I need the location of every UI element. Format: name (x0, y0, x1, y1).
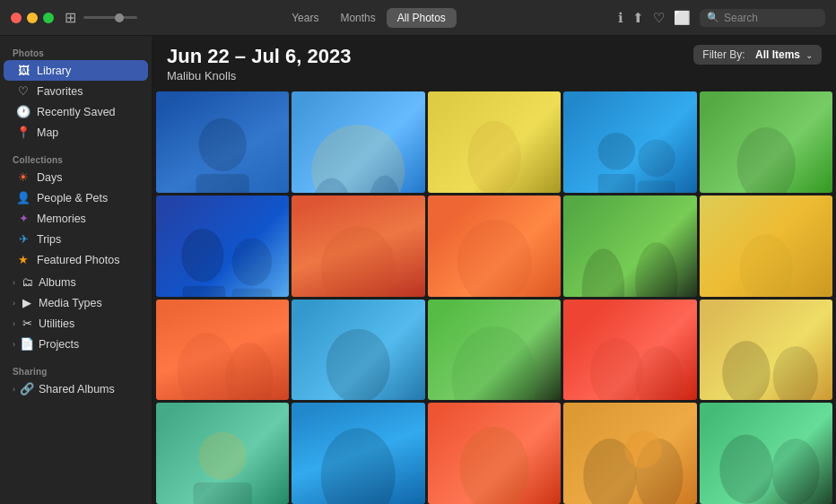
sidebar-item-trips-label: Trips (37, 233, 61, 246)
featured-photos-icon: ★ (16, 253, 30, 266)
sidebar: Photos 🖼 Library ♡ Favorites 🕐 Recently … (0, 36, 152, 504)
svg-point-13 (181, 229, 223, 282)
memories-icon: ✦ (16, 212, 30, 225)
photo-cell[interactable] (700, 196, 832, 297)
sidebar-item-shared-albums[interactable]: › 🔗 Shared Albums (4, 378, 148, 399)
tab-years[interactable]: Years (281, 8, 329, 28)
zoom-slider[interactable] (83, 16, 137, 19)
photo-grid (152, 88, 836, 504)
view-icon[interactable]: ⊞ (65, 9, 76, 26)
svg-point-32 (722, 340, 770, 400)
svg-point-34 (772, 345, 817, 400)
photos-section-label: Photos (0, 43, 152, 60)
svg-point-23 (739, 234, 792, 297)
sidebar-item-favorites[interactable]: ♡ Favorites (4, 81, 148, 101)
sidebar-item-map[interactable]: 📍 Map (4, 122, 148, 143)
search-bar[interactable]: 🔍 (700, 9, 825, 27)
collections-section-label: Collections (0, 150, 152, 167)
svg-rect-10 (638, 180, 675, 192)
photo-cell[interactable] (563, 196, 696, 297)
slideshow-icon[interactable]: ⬜ (674, 10, 691, 26)
svg-point-5 (467, 121, 520, 193)
sidebar-item-media-types[interactable]: › ▶ Media Types (4, 292, 148, 313)
utilities-icon: ✂ (20, 317, 34, 330)
svg-point-17 (321, 226, 396, 297)
close-button[interactable] (11, 13, 22, 23)
photo-cell[interactable] (156, 403, 289, 504)
filter-value: All Items (755, 48, 800, 61)
content-area: Jun 22 – Jul 6, 2023 Malibu Knolls Filte… (152, 36, 836, 504)
photo-cell[interactable] (292, 196, 424, 297)
photo-cell[interactable] (156, 300, 289, 401)
info-icon[interactable]: ℹ (618, 10, 623, 26)
days-icon: ☀ (16, 170, 30, 184)
share-icon[interactable]: ⬆ (632, 10, 644, 26)
tab-all-photos[interactable]: All Photos (387, 8, 457, 28)
favorites-icon: ♡ (16, 84, 30, 98)
svg-rect-16 (232, 289, 273, 297)
library-icon: 🖼 (16, 64, 30, 77)
sidebar-item-library[interactable]: 🖼 Library (4, 60, 148, 81)
titlebar-right: ℹ ⬆ ♡ ⬜ 🔍 (618, 9, 825, 27)
people-pets-icon: 👤 (16, 191, 30, 204)
map-icon: 📍 (16, 126, 30, 139)
photo-cell[interactable] (292, 300, 424, 401)
svg-rect-37 (194, 482, 252, 504)
projects-icon: 📄 (20, 337, 34, 351)
utilities-disclosure-arrow: › (13, 319, 15, 328)
heart-icon[interactable]: ♡ (653, 10, 665, 26)
maximize-button[interactable] (43, 13, 54, 23)
media-types-icon: ▶ (20, 296, 34, 309)
albums-label: Albums (39, 276, 76, 289)
sidebar-item-albums[interactable]: › 🗂 Albums (4, 272, 148, 292)
photo-cell[interactable] (428, 196, 561, 297)
filter-button[interactable]: Filter By: All Items ⌄ (693, 45, 822, 65)
tab-months[interactable]: Months (329, 8, 386, 28)
photo-cell[interactable] (428, 403, 561, 504)
sidebar-item-recently-saved[interactable]: 🕐 Recently Saved (4, 101, 148, 122)
main: Photos 🖼 Library ♡ Favorites 🕐 Recently … (0, 36, 836, 504)
sidebar-item-people-pets[interactable]: 👤 People & Pets (4, 187, 148, 208)
shared-albums-disclosure-arrow: › (13, 385, 15, 394)
photo-cell[interactable] (700, 91, 832, 193)
sidebar-item-projects[interactable]: › 📄 Projects (4, 334, 148, 354)
photo-cell[interactable] (156, 91, 289, 193)
utilities-label: Utilities (39, 317, 74, 330)
sidebar-item-days-label: Days (37, 171, 62, 184)
sidebar-item-days[interactable]: ☀ Days (4, 167, 148, 187)
photo-cell[interactable] (428, 300, 561, 401)
photo-cell[interactable] (428, 91, 561, 193)
svg-point-26 (225, 342, 273, 400)
svg-point-45 (771, 439, 819, 504)
svg-point-29 (452, 326, 537, 400)
titlebar: ⊞ Years Months All Photos ℹ ⬆ ♡ ⬜ 🔍 (0, 0, 836, 36)
photo-cell[interactable] (292, 403, 424, 504)
photo-cell[interactable] (156, 196, 289, 297)
photo-cell[interactable] (700, 300, 832, 401)
search-input[interactable] (724, 12, 814, 24)
photo-cell[interactable] (563, 91, 696, 193)
sidebar-item-utilities[interactable]: › ✂ Utilities (4, 313, 148, 334)
photo-cell[interactable] (563, 403, 696, 504)
traffic-lights (11, 13, 54, 23)
sidebar-item-memories[interactable]: ✦ Memories (4, 208, 148, 229)
sidebar-item-favorites-label: Favorites (37, 85, 83, 98)
svg-point-7 (598, 133, 636, 170)
projects-disclosure-arrow: › (13, 340, 15, 349)
minimize-button[interactable] (27, 13, 38, 23)
recently-saved-icon: 🕐 (16, 105, 30, 118)
svg-point-9 (638, 139, 675, 177)
svg-point-42 (624, 430, 662, 468)
svg-point-27 (327, 328, 390, 400)
photo-cell[interactable] (563, 300, 696, 401)
svg-point-36 (198, 432, 246, 480)
albums-icon: 🗂 (20, 275, 34, 289)
sidebar-item-trips[interactable]: ✈ Trips (4, 229, 148, 249)
sidebar-item-featured-photos[interactable]: ★ Featured Photos (4, 249, 148, 270)
svg-point-31 (635, 345, 683, 400)
svg-point-30 (590, 338, 643, 401)
photo-cell[interactable] (700, 403, 832, 504)
sidebar-item-map-label: Map (37, 126, 58, 139)
photo-cell[interactable] (292, 91, 424, 193)
filter-chevron-icon: ⌄ (806, 50, 813, 60)
